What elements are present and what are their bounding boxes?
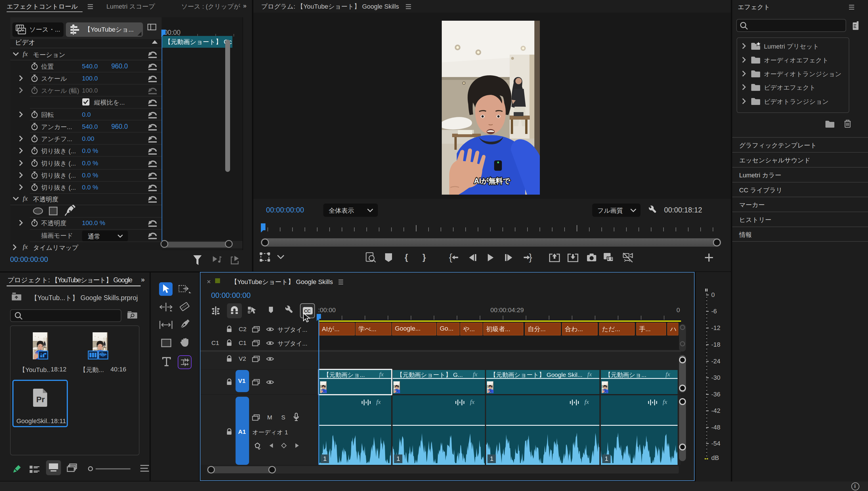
svg-text:Pr: Pr	[36, 395, 45, 404]
svg-text:{: {	[449, 252, 452, 262]
